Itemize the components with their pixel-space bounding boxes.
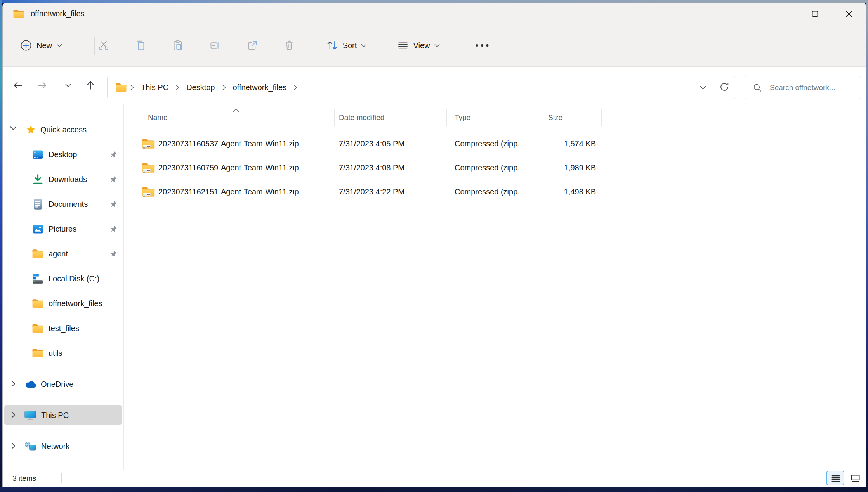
pictures-icon: [32, 223, 44, 235]
details-view-button[interactable]: [826, 471, 844, 485]
zip-folder-icon: [142, 138, 155, 149]
file-size: 1,498 KB: [539, 187, 602, 196]
chevron-right-icon: [10, 443, 17, 450]
sidebar-item-downloads[interactable]: Downloads: [4, 170, 122, 189]
column-header-type[interactable]: Type: [447, 109, 539, 126]
breadcrumb-this-pc[interactable]: This PC: [137, 81, 172, 94]
folder-icon: [32, 323, 44, 333]
column-header-name[interactable]: Name: [124, 109, 335, 126]
new-button[interactable]: New: [14, 35, 68, 56]
column-header-label: Type: [455, 113, 470, 122]
sidebar-item-local-disk-c[interactable]: Local Disk (C:): [4, 269, 122, 288]
sidebar-item-this-pc[interactable]: This PC: [4, 405, 122, 425]
sidebar-item-onedrive[interactable]: OneDrive: [4, 374, 122, 394]
sidebar-item-label: Pictures: [49, 225, 76, 234]
folder-icon: [115, 83, 127, 92]
close-button[interactable]: [832, 3, 866, 24]
ellipsis-icon: [475, 44, 490, 47]
explorer-window: offnetwork_files New Sort View: [2, 3, 866, 487]
breadcrumb-desktop[interactable]: Desktop: [182, 81, 219, 94]
cut-button[interactable]: [93, 35, 115, 56]
maximize-button[interactable]: [798, 3, 832, 24]
chevron-right-icon: [10, 381, 17, 388]
chevron-down-icon: [361, 44, 366, 47]
pin-icon: [110, 201, 117, 208]
sort-button[interactable]: Sort: [315, 35, 377, 56]
up-button[interactable]: [81, 76, 100, 95]
file-row[interactable]: 20230731160759-Agent-Team-Win11.zip 7/31…: [124, 156, 866, 180]
column-header-size[interactable]: Size: [539, 109, 602, 126]
sidebar-item-agent[interactable]: agent: [4, 244, 122, 263]
toolbar-divider: [306, 37, 306, 55]
delete-button[interactable]: [278, 35, 300, 56]
sidebar-item-utils[interactable]: utils: [4, 343, 122, 363]
chevron-down-icon: [57, 44, 62, 47]
breadcrumb-chevron-icon: [175, 85, 179, 90]
address-dropdown-button[interactable]: [700, 84, 706, 91]
sort-arrows-icon: [326, 40, 339, 51]
search-input[interactable]: [769, 83, 852, 92]
sidebar-item-desktop[interactable]: Desktop: [4, 145, 122, 164]
file-row[interactable]: 20230731160537-Agent-Team-Win11.zip 7/31…: [124, 132, 866, 156]
file-date-modified: 7/31/2023 4:05 PM: [335, 139, 447, 148]
large-thumbnails-view-button[interactable]: [846, 471, 864, 485]
minimize-button[interactable]: [764, 3, 798, 24]
column-header-label: Name: [148, 113, 168, 122]
desktop-wallpaper-bottom: [0, 487, 868, 492]
address-bar[interactable]: This PC Desktop offnetwork_files: [107, 76, 735, 99]
pin-icon: [110, 225, 117, 233]
maximize-icon: [811, 10, 819, 17]
breadcrumb-chevron-icon: [222, 85, 226, 90]
details-view-icon: [831, 475, 840, 482]
back-arrow-icon: [13, 80, 23, 90]
column-header-label: Size: [548, 113, 562, 122]
recent-locations-button[interactable]: [58, 76, 78, 95]
chevron-down-icon: [65, 83, 71, 87]
forward-button[interactable]: [33, 76, 52, 95]
breadcrumb-offnetwork-files[interactable]: offnetwork_files: [229, 81, 291, 94]
rename-button[interactable]: [204, 35, 226, 56]
sidebar-item-label: Network: [41, 442, 69, 451]
chevron-down-icon: [434, 44, 440, 47]
file-type: Compressed (zipp...: [447, 139, 539, 148]
back-button[interactable]: [8, 76, 28, 95]
items-count: 3 items: [12, 474, 36, 483]
paste-button[interactable]: [167, 35, 189, 56]
pin-icon: [110, 151, 117, 158]
sidebar-item-test-files[interactable]: test_files: [4, 319, 122, 338]
chevron-right-icon: [10, 412, 17, 419]
copy-button[interactable]: [130, 35, 151, 56]
toolbar-divider: [464, 37, 464, 55]
view-button[interactable]: View: [385, 35, 451, 56]
sidebar-item-documents[interactable]: Documents: [4, 194, 122, 214]
sidebar-item-network[interactable]: Network: [4, 437, 122, 456]
see-more-button[interactable]: [469, 35, 496, 56]
file-date-modified: 7/31/2023 4:22 PM: [335, 187, 447, 196]
desktop-wallpaper-top: [0, 0, 868, 3]
view-lines-icon: [397, 40, 409, 51]
search-box[interactable]: [745, 76, 860, 99]
share-button[interactable]: [241, 35, 263, 56]
sidebar-item-offnetwork-files[interactable]: offnetwork_files: [4, 294, 122, 313]
sidebar-item-label: agent: [49, 249, 68, 258]
status-bar: 3 items: [3, 470, 866, 487]
sidebar-item-quick-access[interactable]: Quick access: [4, 120, 122, 139]
search-icon: [753, 83, 762, 92]
this-pc-icon: [24, 410, 36, 421]
view-button-label: View: [413, 41, 430, 50]
navigation-pane: Quick access Desktop Downloads Documents…: [3, 104, 124, 470]
column-header-date-modified[interactable]: Date modified: [335, 109, 447, 126]
title-bar[interactable]: offnetwork_files: [3, 3, 866, 24]
pin-icon: [110, 176, 117, 183]
file-row[interactable]: 20230731162151-Agent-Team-Win11.zip 7/31…: [124, 180, 866, 204]
sidebar-item-pictures[interactable]: Pictures: [4, 219, 122, 239]
file-name: 20230731160537-Agent-Team-Win11.zip: [158, 139, 299, 148]
sort-button-label: Sort: [343, 41, 357, 50]
refresh-button[interactable]: [719, 82, 729, 94]
column-header-label: Date modified: [339, 113, 384, 122]
close-icon: [845, 10, 853, 18]
sidebar-item-label: Downloads: [49, 175, 87, 184]
up-arrow-icon: [85, 80, 95, 90]
copy-icon: [135, 40, 146, 51]
file-size: 1,989 KB: [539, 163, 602, 172]
